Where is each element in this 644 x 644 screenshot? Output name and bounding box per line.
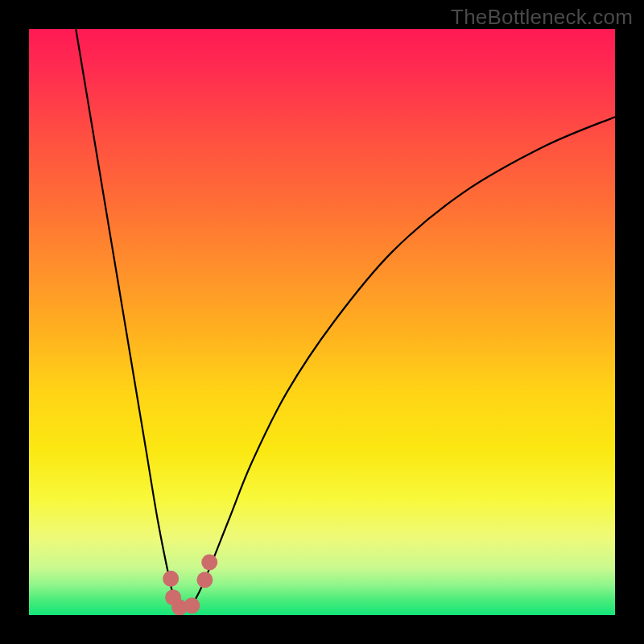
chart-plot-area	[29, 29, 615, 615]
watermark-text: TheBottleneck.com	[451, 5, 633, 30]
curve-markers	[163, 554, 217, 615]
curve-marker	[196, 572, 213, 588]
chart-svg	[29, 29, 615, 615]
curve-marker	[201, 554, 217, 570]
bottleneck-curve	[76, 29, 615, 610]
curve-marker	[163, 571, 179, 587]
curve-marker	[184, 597, 200, 613]
